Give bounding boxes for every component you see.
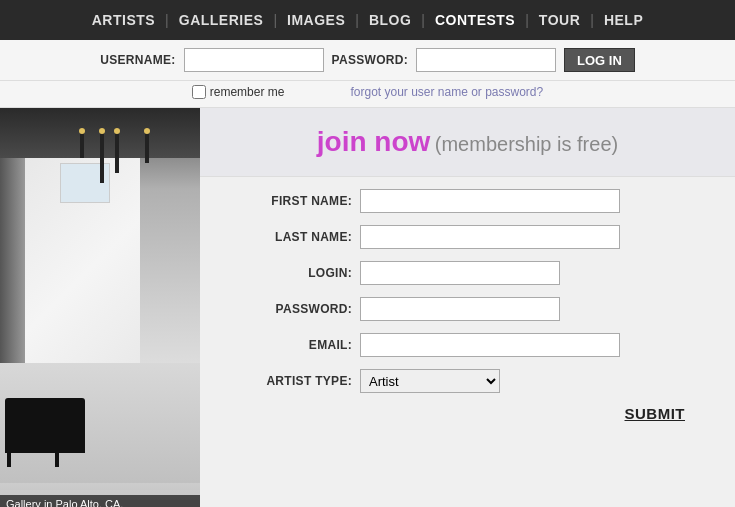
- light-bulb-2: [114, 128, 120, 134]
- nav-sep-5: |: [523, 12, 531, 28]
- image-caption: Gallery in Palo Alto, CA.: [0, 495, 200, 507]
- light-bulb-1: [79, 128, 85, 134]
- nav-sep-6: |: [588, 12, 596, 28]
- nav-sep-2: |: [271, 12, 279, 28]
- email-row: EMAIL:: [240, 333, 695, 357]
- email-label: EMAIL:: [240, 338, 360, 352]
- piano-leg-left: [7, 453, 11, 467]
- login-row: LOGIN:: [240, 261, 695, 285]
- submit-button[interactable]: SUBMIT: [625, 405, 686, 422]
- join-free-text: (membership is free): [435, 133, 618, 155]
- first-name-label: FIRST NAME:: [240, 194, 360, 208]
- nav-sep-4: |: [419, 12, 427, 28]
- nav-contests[interactable]: CONTESTS: [427, 12, 523, 28]
- username-label: USERNAME:: [100, 53, 175, 67]
- gallery-image: Gallery in Palo Alto, CA.: [0, 108, 200, 507]
- nav-images[interactable]: IMAGES: [279, 12, 353, 28]
- light-bulb-3: [144, 128, 150, 134]
- nav-sep-1: |: [163, 12, 171, 28]
- nav-galleries[interactable]: GALLERIES: [171, 12, 272, 28]
- nav-tour[interactable]: TOUR: [531, 12, 588, 28]
- remember-me-wrapper: remember me: [192, 85, 285, 99]
- login-label: LOGIN:: [240, 266, 360, 280]
- remember-me-label: remember me: [210, 85, 285, 99]
- main-content: Gallery in Palo Alto, CA. join now (memb…: [0, 108, 735, 507]
- login-button[interactable]: LOG IN: [564, 48, 635, 72]
- email-input[interactable]: [360, 333, 620, 357]
- artist-type-select[interactable]: Artist Photographer Musician Writer Othe…: [360, 369, 500, 393]
- gallery-scene: [0, 108, 200, 507]
- piano-body: [5, 398, 85, 453]
- forgot-password-link[interactable]: forgot your user name or password?: [350, 85, 543, 99]
- sub-login-bar: remember me forgot your user name or pas…: [0, 81, 735, 108]
- last-name-label: LAST NAME:: [240, 230, 360, 244]
- artist-type-label: ARTIST TYPE:: [240, 374, 360, 388]
- last-name-row: LAST NAME:: [240, 225, 695, 249]
- light-4: [100, 128, 104, 183]
- first-name-row: FIRST NAME:: [240, 189, 695, 213]
- nav-help[interactable]: HELP: [596, 12, 651, 28]
- reg-password-label: PASSWORD:: [240, 302, 360, 316]
- first-name-input[interactable]: [360, 189, 620, 213]
- nav-artists[interactable]: ARTISTS: [84, 12, 163, 28]
- password-row: PASSWORD:: [240, 297, 695, 321]
- last-name-input[interactable]: [360, 225, 620, 249]
- password-input[interactable]: [416, 48, 556, 72]
- light-3: [145, 128, 149, 163]
- artist-type-row: ARTIST TYPE: Artist Photographer Musicia…: [240, 369, 695, 393]
- piano-leg-right: [55, 453, 59, 467]
- reg-password-input[interactable]: [360, 297, 560, 321]
- registration-form: FIRST NAME: LAST NAME: LOGIN: PASSWORD: …: [200, 177, 735, 434]
- login-input[interactable]: [360, 261, 560, 285]
- submit-row: SUBMIT: [240, 405, 695, 422]
- join-header: join now (membership is free): [200, 108, 735, 177]
- password-label: PASSWORD:: [332, 53, 408, 67]
- nav-sep-3: |: [353, 12, 361, 28]
- light-bulb-4: [99, 128, 105, 134]
- join-now-text: join now: [317, 126, 431, 157]
- username-input[interactable]: [184, 48, 324, 72]
- navigation-bar: ARTISTS | GALLERIES | IMAGES | BLOG | CO…: [0, 0, 735, 40]
- remember-me-checkbox[interactable]: [192, 85, 206, 99]
- nav-blog[interactable]: BLOG: [361, 12, 419, 28]
- registration-form-area: join now (membership is free) FIRST NAME…: [200, 108, 735, 507]
- login-bar: USERNAME: PASSWORD: LOG IN: [0, 40, 735, 81]
- light-1: [80, 128, 84, 158]
- light-2: [115, 128, 119, 173]
